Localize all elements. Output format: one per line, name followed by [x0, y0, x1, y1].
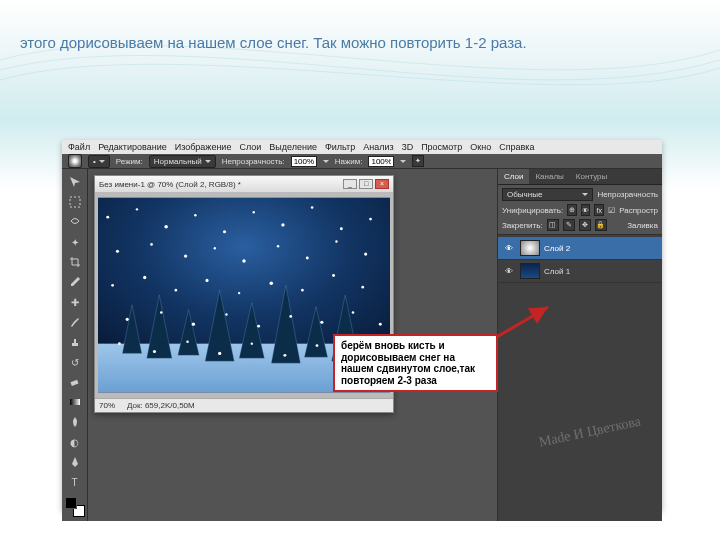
- svg-point-17: [116, 250, 119, 253]
- brush-size-dropdown[interactable]: •: [88, 155, 110, 168]
- svg-point-20: [214, 247, 216, 249]
- dodge-tool[interactable]: ◐: [66, 433, 84, 451]
- lock-all-icon[interactable]: 🔒: [595, 219, 607, 231]
- svg-point-27: [143, 276, 146, 279]
- svg-point-47: [218, 352, 221, 355]
- eraser-tool[interactable]: [66, 373, 84, 391]
- menu-edit[interactable]: Редактирование: [98, 142, 167, 152]
- eyedropper-tool[interactable]: [66, 273, 84, 291]
- stamp-tool[interactable]: [66, 333, 84, 351]
- svg-point-13: [281, 223, 284, 226]
- propagate-checkbox[interactable]: ☑: [608, 206, 615, 215]
- svg-rect-3: [70, 380, 78, 386]
- svg-point-25: [364, 253, 367, 256]
- menu-layers[interactable]: Слои: [239, 142, 261, 152]
- svg-point-26: [111, 284, 114, 287]
- layer-row[interactable]: 👁 Слой 1: [498, 260, 662, 283]
- layer-name[interactable]: Слой 2: [544, 244, 658, 253]
- minimize-button[interactable]: _: [343, 179, 357, 189]
- tab-channels[interactable]: Каналы: [529, 169, 569, 184]
- opacity-label: Непрозрачность:: [222, 157, 285, 166]
- lock-transparency-icon[interactable]: ◫: [547, 219, 559, 231]
- document-titlebar[interactable]: Без имени-1 @ 70% (Слой 2, RGB/8) * _ □ …: [95, 176, 393, 192]
- svg-point-33: [332, 274, 335, 277]
- history-brush-tool[interactable]: ↺: [66, 353, 84, 371]
- svg-point-30: [238, 292, 240, 294]
- tab-layers[interactable]: Слои: [498, 169, 529, 184]
- layer-blend-dropdown[interactable]: Обычные: [502, 188, 593, 201]
- marquee-tool[interactable]: [66, 193, 84, 211]
- tab-paths[interactable]: Контуры: [570, 169, 613, 184]
- menu-image[interactable]: Изображение: [175, 142, 232, 152]
- unify-position-icon[interactable]: ⊕: [567, 204, 577, 216]
- svg-point-43: [379, 323, 382, 326]
- canvas-area: Без имени-1 @ 70% (Слой 2, RGB/8) * _ □ …: [88, 169, 497, 521]
- unify-visibility-icon[interactable]: 👁: [581, 204, 591, 216]
- flow-input[interactable]: [368, 156, 394, 167]
- svg-point-44: [118, 342, 121, 345]
- document-title: Без имени-1 @ 70% (Слой 2, RGB/8) *: [99, 180, 241, 189]
- svg-point-22: [277, 245, 280, 248]
- svg-point-29: [205, 279, 208, 282]
- pen-tool[interactable]: [66, 453, 84, 471]
- svg-point-28: [175, 289, 178, 292]
- svg-point-50: [316, 344, 319, 347]
- menu-select[interactable]: Выделение: [269, 142, 317, 152]
- menu-help[interactable]: Справка: [499, 142, 534, 152]
- menu-filter[interactable]: Фильтр: [325, 142, 355, 152]
- svg-rect-1: [72, 343, 78, 346]
- visibility-toggle[interactable]: 👁: [502, 264, 516, 278]
- svg-point-38: [225, 313, 227, 315]
- svg-point-21: [242, 259, 246, 263]
- menu-3d[interactable]: 3D: [402, 142, 414, 152]
- svg-point-42: [352, 311, 355, 314]
- flow-flyout-icon[interactable]: [400, 160, 406, 163]
- svg-rect-4: [70, 399, 80, 405]
- blur-tool[interactable]: [66, 413, 84, 431]
- layer-name[interactable]: Слой 1: [544, 267, 658, 276]
- lock-label: Закрепить:: [502, 221, 543, 230]
- crop-tool[interactable]: [66, 253, 84, 271]
- close-button[interactable]: ×: [375, 179, 389, 189]
- svg-point-7: [106, 216, 109, 219]
- maximize-button[interactable]: □: [359, 179, 373, 189]
- opacity-flyout-icon[interactable]: [323, 160, 329, 163]
- document-statusbar: 70% Док: 659,2K/0,50M: [95, 398, 393, 412]
- type-tool[interactable]: T: [66, 473, 84, 491]
- menu-analysis[interactable]: Анализ: [363, 142, 393, 152]
- layers-panel: Слои Каналы Контуры Обычные Непрозрачнос…: [497, 169, 662, 521]
- lock-pixels-icon[interactable]: ✎: [563, 219, 575, 231]
- svg-point-15: [340, 227, 343, 230]
- menu-bar: Файл Редактирование Изображение Слои Выд…: [62, 140, 662, 154]
- lasso-tool[interactable]: [66, 213, 84, 231]
- menu-view[interactable]: Просмотр: [421, 142, 462, 152]
- menu-window[interactable]: Окно: [470, 142, 491, 152]
- wand-tool[interactable]: ✦: [66, 233, 84, 251]
- color-swatches[interactable]: [65, 497, 85, 517]
- move-tool[interactable]: [66, 173, 84, 191]
- menu-file[interactable]: Файл: [68, 142, 90, 152]
- fill-label: Заливка: [627, 221, 658, 230]
- opacity-input[interactable]: [291, 156, 317, 167]
- heal-tool[interactable]: ✚: [66, 293, 84, 311]
- svg-point-32: [301, 289, 304, 292]
- layer-thumbnail[interactable]: [520, 263, 540, 279]
- airbrush-toggle[interactable]: ✦: [412, 155, 424, 167]
- layer-thumbnail[interactable]: [520, 240, 540, 256]
- zoom-level[interactable]: 70%: [99, 401, 115, 410]
- lock-position-icon[interactable]: ✥: [579, 219, 591, 231]
- layer-row[interactable]: 👁 Слой 2: [498, 237, 662, 260]
- blend-mode-dropdown[interactable]: Нормальный: [149, 155, 216, 168]
- svg-point-49: [283, 354, 286, 357]
- brush-preset-picker[interactable]: [68, 154, 82, 168]
- svg-point-8: [136, 208, 138, 210]
- svg-point-39: [257, 325, 260, 328]
- svg-point-34: [361, 286, 364, 289]
- svg-point-14: [311, 206, 314, 209]
- brush-tool[interactable]: [66, 313, 84, 331]
- visibility-toggle[interactable]: 👁: [502, 241, 516, 255]
- flow-label: Нажим:: [335, 157, 363, 166]
- unify-style-icon[interactable]: fx: [594, 204, 604, 216]
- gradient-tool[interactable]: [66, 393, 84, 411]
- svg-point-10: [194, 214, 197, 217]
